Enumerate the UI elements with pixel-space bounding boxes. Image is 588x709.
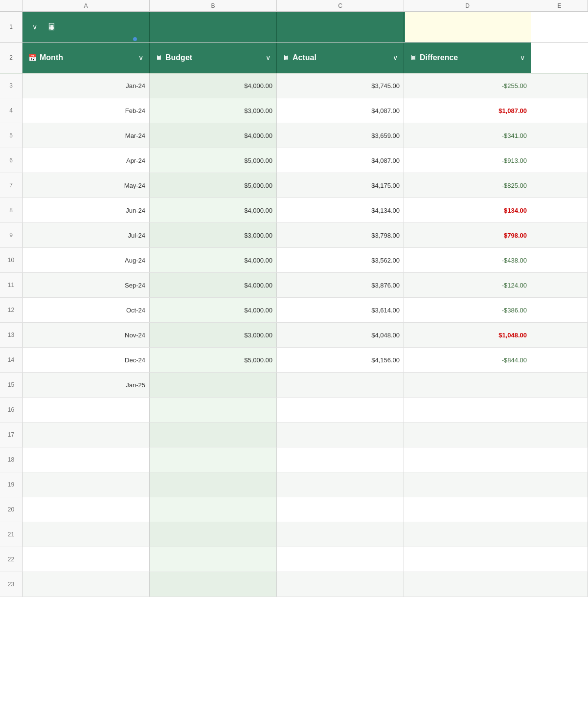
budget-cell[interactable]: $4,000.00 <box>150 273 277 297</box>
actual-cell[interactable] <box>277 422 404 447</box>
month-cell[interactable]: May-24 <box>23 173 150 198</box>
month-cell[interactable] <box>23 398 150 422</box>
actual-cell[interactable]: $3,614.00 <box>277 298 404 322</box>
difference-cell[interactable] <box>404 447 531 472</box>
actual-cell[interactable]: $4,156.00 <box>277 348 404 372</box>
month-cell[interactable]: Dec-24 <box>23 348 150 372</box>
difference-cell[interactable] <box>404 373 531 397</box>
actual-cell[interactable]: $3,798.00 <box>277 223 404 247</box>
budget-cell[interactable]: $4,000.00 <box>150 248 277 272</box>
actual-cell[interactable] <box>277 522 404 547</box>
actual-cell[interactable] <box>277 447 404 472</box>
monthly-dropdown[interactable]: ∨ 🖩 <box>23 12 150 42</box>
budget-cell[interactable]: $5,000.00 <box>150 173 277 198</box>
empty-cell <box>531 173 588 198</box>
difference-cell[interactable] <box>404 422 531 447</box>
difference-cell[interactable] <box>404 572 531 597</box>
actual-cell[interactable]: $3,659.00 <box>277 123 404 148</box>
difference-cell[interactable]: -$386.00 <box>404 298 531 322</box>
month-cell[interactable] <box>23 522 150 547</box>
budget-cell[interactable]: $4,000.00 <box>150 123 277 148</box>
month-cell[interactable]: Nov-24 <box>23 323 150 347</box>
month-cell[interactable] <box>23 422 150 447</box>
empty-cell <box>531 472 588 497</box>
actual-chevron-icon: ∨ <box>393 54 398 62</box>
difference-cell[interactable] <box>404 522 531 547</box>
month-cell[interactable]: Jun-24 <box>23 198 150 222</box>
month-cell[interactable]: Jan-25 <box>23 373 150 397</box>
col-difference-header[interactable]: 🖩 Difference ∨ <box>404 43 531 73</box>
budget-cell[interactable] <box>150 522 277 547</box>
row-num-20: 20 <box>0 497 23 522</box>
difference-icon: 🖩 <box>410 54 417 62</box>
month-cell[interactable] <box>23 472 150 497</box>
month-cell[interactable]: Jan-24 <box>23 73 150 98</box>
month-cell[interactable] <box>23 547 150 572</box>
actual-cell[interactable]: $4,087.00 <box>277 148 404 173</box>
budget-cell[interactable] <box>150 422 277 447</box>
month-cell[interactable] <box>23 572 150 597</box>
budget-cell[interactable]: $4,000.00 <box>150 298 277 322</box>
difference-cell[interactable]: -$844.00 <box>404 348 531 372</box>
difference-cell[interactable]: -$255.00 <box>404 73 531 98</box>
difference-cell[interactable] <box>404 497 531 522</box>
budget-cell[interactable]: $5,000.00 <box>150 348 277 372</box>
budget-cell[interactable]: $3,000.00 <box>150 323 277 347</box>
budget-cell[interactable] <box>150 447 277 472</box>
difference-cell[interactable]: $1,048.00 <box>404 323 531 347</box>
budget-cell[interactable]: $3,000.00 <box>150 223 277 247</box>
actual-cell[interactable]: $4,087.00 <box>277 98 404 123</box>
actual-cell[interactable]: $3,876.00 <box>277 273 404 297</box>
actual-cell[interactable]: $4,048.00 <box>277 323 404 347</box>
difference-cell[interactable]: -$124.00 <box>404 273 531 297</box>
difference-cell[interactable]: -$825.00 <box>404 173 531 198</box>
budget-cell[interactable] <box>150 373 277 397</box>
budget-cell[interactable]: $4,000.00 <box>150 73 277 98</box>
col-letter-header-row: A B C D E <box>0 0 588 12</box>
actual-cell[interactable] <box>277 547 404 572</box>
month-cell[interactable]: Jul-24 <box>23 223 150 247</box>
difference-cell[interactable]: $798.00 <box>404 223 531 247</box>
difference-cell[interactable] <box>404 472 531 497</box>
date-value-cell[interactable] <box>404 12 531 42</box>
difference-cell[interactable] <box>404 398 531 422</box>
actual-cell[interactable]: $4,175.00 <box>277 173 404 198</box>
month-cell[interactable]: Feb-24 <box>23 98 150 123</box>
actual-cell[interactable] <box>277 472 404 497</box>
month-cell[interactable]: Oct-24 <box>23 298 150 322</box>
budget-cell[interactable]: $4,000.00 <box>150 198 277 222</box>
actual-cell[interactable] <box>277 373 404 397</box>
actual-cell[interactable]: $3,745.00 <box>277 73 404 98</box>
difference-cell[interactable]: -$438.00 <box>404 248 531 272</box>
difference-cell[interactable] <box>404 547 531 572</box>
budget-cell[interactable] <box>150 398 277 422</box>
col-actual-header[interactable]: 🖩 Actual ∨ <box>277 43 404 73</box>
budget-cell[interactable]: $3,000.00 <box>150 98 277 123</box>
actual-cell[interactable]: $3,562.00 <box>277 248 404 272</box>
row-num-8: 8 <box>0 198 23 222</box>
budget-cell[interactable]: $5,000.00 <box>150 148 277 173</box>
actual-cell[interactable] <box>277 497 404 522</box>
month-cell[interactable] <box>23 497 150 522</box>
month-cell[interactable]: Mar-24 <box>23 123 150 148</box>
budget-cell[interactable] <box>150 497 277 522</box>
actual-cell[interactable]: $4,134.00 <box>277 198 404 222</box>
month-cell[interactable]: Apr-24 <box>23 148 150 173</box>
actual-cell[interactable] <box>277 572 404 597</box>
difference-cell[interactable]: -$913.00 <box>404 148 531 173</box>
difference-cell[interactable]: $1,087.00 <box>404 98 531 123</box>
header1-col-e <box>531 12 588 42</box>
difference-cell[interactable]: -$341.00 <box>404 123 531 148</box>
budget-cell[interactable] <box>150 572 277 597</box>
budget-cell[interactable] <box>150 547 277 572</box>
month-cell[interactable]: Aug-24 <box>23 248 150 272</box>
month-cell[interactable] <box>23 447 150 472</box>
actual-cell[interactable] <box>277 398 404 422</box>
empty-cell <box>531 273 588 297</box>
budget-cell[interactable] <box>150 472 277 497</box>
table-row: 7 May-24 $5,000.00 $4,175.00 -$825.00 <box>0 173 588 198</box>
month-cell[interactable]: Sep-24 <box>23 273 150 297</box>
difference-cell[interactable]: $134.00 <box>404 198 531 222</box>
col-budget-header[interactable]: 🖩 Budget ∨ <box>150 43 277 73</box>
col-month-header[interactable]: 📅 Month ∨ <box>23 43 150 73</box>
